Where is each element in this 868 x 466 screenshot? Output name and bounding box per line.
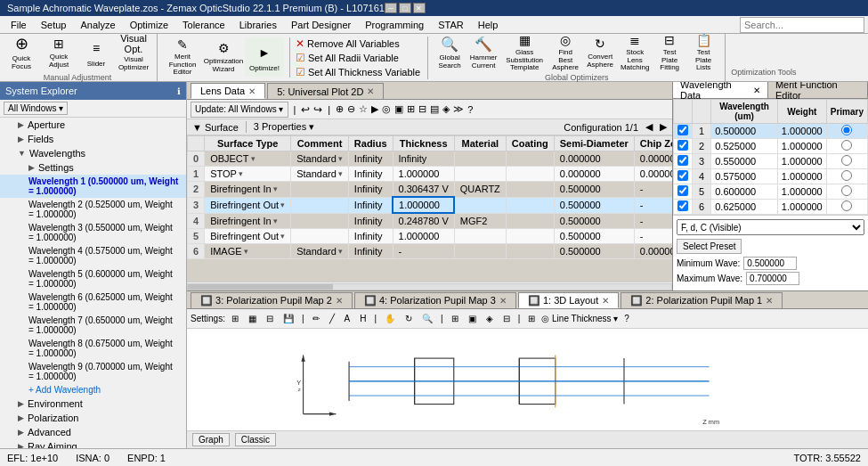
tab-pol-2-close[interactable]: ✕ (336, 296, 343, 306)
universal-plot-tab[interactable]: 5: Universal Plot 2D ✕ (267, 83, 384, 99)
chip-zone-0[interactable]: 0.000000 (634, 151, 672, 167)
sidebar-item-wavelength6[interactable]: Wavelength 6 (0.625000 um, Weight = 1.00… (0, 290, 186, 314)
set-radii-label[interactable]: Set All Radii Variable (308, 53, 399, 63)
chip-zone-1[interactable]: 0.000000 (634, 167, 672, 182)
layout-tool-1[interactable]: ⊞ (228, 311, 242, 327)
sidebar-item-add-wavelength[interactable]: + Add Wavelength (0, 383, 186, 397)
wv-primary-3[interactable] (841, 155, 852, 166)
table-row[interactable]: 1 STOP ▾ Standard ▾ Infinity 1.000000 0.… (188, 167, 673, 182)
layout-tool-zoom[interactable]: 🔍 (418, 311, 436, 327)
optimization-wizard-button[interactable]: ⚙ OptimizationWizard (204, 37, 243, 77)
wv-primary-5[interactable] (841, 185, 852, 196)
chip-zone-6[interactable]: 0.000000 (634, 244, 672, 259)
radius-3[interactable]: Infinity (348, 197, 393, 213)
semi-diam-2[interactable]: 0.500000 (554, 182, 634, 198)
visual-optimizer-button[interactable]: VisualOpt. VisualOptimizer (116, 33, 151, 72)
thickness-4[interactable]: 0.248780 V (393, 213, 454, 229)
coating-4[interactable] (506, 213, 554, 229)
all-windows-button[interactable]: All Windows ▾ (4, 102, 68, 115)
table-row[interactable]: 4 Birefringent In ▾ Infinity 0.248780 V … (188, 213, 673, 229)
toolbar-icon11[interactable]: ≫ (453, 103, 464, 115)
toolbar-icon4[interactable]: ▶ (371, 103, 378, 115)
comment-4[interactable] (291, 213, 349, 229)
h-scrollbar[interactable] (187, 282, 672, 290)
coating-1[interactable] (506, 167, 554, 182)
menu-part-designer[interactable]: Part Designer (284, 18, 358, 32)
wv-weight-1[interactable]: 1.000000 (777, 124, 826, 139)
material-1[interactable] (454, 167, 506, 182)
radius-4[interactable]: Infinity (348, 213, 393, 229)
wv-wavelength-5[interactable]: 0.600000 (711, 184, 778, 200)
wv-primary-4[interactable] (841, 170, 852, 181)
toolbar-icon3[interactable]: ☆ (359, 103, 368, 115)
classic-button[interactable]: Classic (235, 433, 276, 446)
wavelength-tab-close[interactable]: ✕ (753, 86, 760, 95)
radius-6[interactable]: Infinity (348, 244, 393, 259)
comment-0[interactable]: Standard ▾ (291, 151, 349, 167)
coating-6[interactable] (506, 244, 554, 259)
lens-data-tab[interactable]: Lens Data ✕ (191, 83, 265, 99)
semi-diam-0[interactable]: 0.000000 (554, 151, 634, 167)
wv-weight-3[interactable]: 1.000000 (777, 154, 826, 169)
toolbar-icon6[interactable]: ▣ (394, 103, 403, 115)
merit-function-editor-button[interactable]: ✎ MeritFunction Editor (163, 37, 202, 77)
sidebar-item-polarization[interactable]: ▶ Polarization (0, 411, 186, 425)
wv-wavelength-2[interactable]: 0.525000 (711, 139, 778, 154)
chip-zone-4[interactable]: - (634, 213, 672, 229)
material-2[interactable]: QUARTZ (454, 182, 506, 198)
wavelength-data-tab[interactable]: Wavelength Data ✕ (673, 82, 768, 98)
wv-row[interactable]: 4 0.575000 1.000000 (674, 169, 868, 184)
tab-pol-3-close[interactable]: ✕ (499, 296, 507, 306)
sidebar-item-fields[interactable]: ▶ Fields (0, 132, 186, 146)
semi-diam-4[interactable]: 0.500000 (554, 213, 634, 229)
toolbar-icon8[interactable]: ⊟ (418, 103, 426, 115)
radius-2[interactable]: Infinity (348, 182, 393, 198)
remove-all-variables-label[interactable]: Remove All Variables (307, 38, 400, 49)
sidebar-item-wavelength4[interactable]: Wavelength 4 (0.575000 um, Weight = 1.00… (0, 244, 186, 267)
layout-tool-3[interactable]: ⊟ (263, 311, 277, 327)
table-row[interactable]: 0 OBJECT ▾ Standard ▾ Infinity Infinity … (188, 151, 673, 167)
wv-weight-4[interactable]: 1.000000 (777, 169, 826, 184)
tab-polarization-pupil-2[interactable]: 🔲 3: Polarization Pupil Map 2 ✕ (191, 292, 353, 308)
wv-wavelength-6[interactable]: 0.625000 (711, 200, 778, 215)
sidebar-item-wavelength1[interactable]: Wavelength 1 (0.500000 um, Weight = 1.00… (0, 175, 186, 198)
surface-type-3[interactable]: Birefringent Out ▾ (205, 197, 291, 213)
glass-substitution-button[interactable]: ▦ Glass SubstitutionTemplate (501, 33, 548, 72)
radius-0[interactable]: Infinity (348, 151, 393, 167)
wv-check-6[interactable] (677, 200, 688, 211)
wv-check-2[interactable] (677, 140, 688, 151)
toolbar-icon10[interactable]: ◈ (442, 103, 450, 115)
tab-polarization-pupil-3[interactable]: 🔲 4: Polarization Pupil Map 3 ✕ (354, 292, 516, 308)
stock-lens-button[interactable]: ≣ Stock LensMatching (618, 33, 652, 72)
global-search-button[interactable]: 🔍 GlobalSearch (434, 33, 466, 72)
wv-row[interactable]: 3 0.550000 1.000000 (674, 154, 868, 169)
sidebar-item-settings[interactable]: ▶ Settings (0, 160, 186, 175)
sidebar-item-wavelength9[interactable]: Wavelength 9 (0.700000 um, Weight = 1.00… (0, 360, 186, 383)
menu-analyze[interactable]: Analyze (73, 18, 122, 32)
convert-asphere-button[interactable]: ↻ ConvertAsphere (583, 33, 617, 72)
merit-function-editor-tab[interactable]: Merit Function Editor (768, 82, 868, 98)
sidebar-item-environment[interactable]: ▶ Environment (0, 397, 186, 411)
wv-check-1[interactable] (677, 125, 688, 135)
table-row[interactable]: 5 Birefringent Out ▾ Infinity 1.000000 0… (188, 229, 673, 244)
material-5[interactable] (454, 229, 506, 244)
surface-type-4[interactable]: Birefringent In ▾ (205, 213, 291, 229)
max-wave-input[interactable] (746, 272, 799, 285)
toolbar-icon1[interactable]: ⊕ (336, 103, 344, 115)
sidebar-item-wavelength5[interactable]: Wavelength 5 (0.600000 um, Weight = 1.00… (0, 267, 186, 290)
wv-check-4[interactable] (677, 170, 688, 181)
layout-tool-line[interactable]: ╱ (326, 311, 338, 327)
layout-tool-pen[interactable]: ✏ (309, 311, 323, 327)
comment-2[interactable] (291, 182, 349, 198)
comment-3[interactable] (291, 197, 349, 213)
menu-help[interactable]: Help (471, 18, 506, 32)
thickness-1[interactable]: 1.000000 (393, 167, 454, 182)
properties-button[interactable]: 3 Properties ▾ (246, 121, 314, 133)
surface-type-2[interactable]: Birefringent In ▾ (205, 182, 291, 198)
sidebar-item-wavelength3[interactable]: Wavelength 3 (0.550000 um, Weight = 1.00… (0, 221, 186, 244)
sidebar-item-advanced[interactable]: ▶ Advanced (0, 425, 186, 439)
redo-icon[interactable]: ↪ (313, 103, 322, 116)
coating-2[interactable] (506, 182, 554, 198)
material-3[interactable] (454, 197, 506, 213)
toolbar-icon2[interactable]: ⊖ (347, 103, 355, 115)
